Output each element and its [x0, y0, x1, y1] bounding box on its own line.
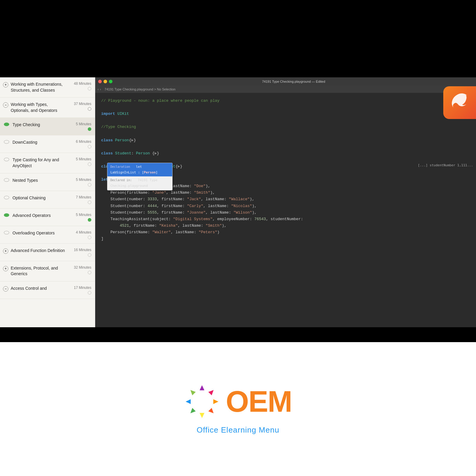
- minutes-label: 16 Minutes: [74, 248, 91, 252]
- traffic-light-red[interactable]: [98, 80, 102, 83]
- item-title: Type Checking: [12, 122, 68, 128]
- sidebar-item-advanced-operators[interactable]: Advanced Operators 5 Minutes: [0, 209, 95, 226]
- swift-bird-icon: [449, 92, 470, 113]
- svg-marker-0: [200, 385, 204, 390]
- minutes-label: 48 Minutes: [74, 82, 91, 86]
- svg-marker-5: [189, 408, 196, 415]
- code-person-smith: Person(firstName:: [101, 190, 152, 195]
- item-meta: 37 Minutes: [68, 102, 91, 111]
- top-black-bar: [0, 0, 476, 77]
- minutes-label: 37 Minutes: [74, 102, 91, 106]
- sidebar-item-type-checking[interactable]: Type Checking 5 Minutes: [0, 118, 95, 135]
- item-text: Working with Types, Optionals, and Opera…: [11, 102, 68, 113]
- autocomplete-row-1[interactable]: Declaration let LabSignInList : [Person]: [107, 163, 172, 176]
- svg-marker-1: [208, 388, 215, 395]
- expand-icon-minus: −: [3, 102, 8, 108]
- traffic-light-green[interactable]: [109, 80, 112, 83]
- code-window: 74191 Type Checking.playground — Edited …: [95, 77, 476, 327]
- item-meta: 4 Minutes: [68, 230, 91, 239]
- item-text: Type Casting for Any and AnyObject: [12, 157, 68, 169]
- expand-icon-dot-empty: [4, 231, 9, 234]
- sidebar-item-access-control[interactable]: − Access Control and 17 Minutes: [0, 281, 95, 299]
- status-dot-empty: [88, 201, 91, 204]
- minutes-label: 6 Minutes: [76, 140, 91, 144]
- autocomplete-popup[interactable]: Declaration let LabSignInList : [Person]…: [107, 163, 173, 190]
- autocomplete-row-2[interactable]: Declared in: 74191 Type Checking.playgro…: [107, 176, 172, 190]
- bottom-black-bar: [0, 327, 476, 342]
- status-dot-empty: [88, 87, 91, 90]
- nav-chevron-left[interactable]: ‹: [98, 87, 99, 91]
- expand-icon-dot-empty: [4, 178, 9, 182]
- item-title: Optional Chaining: [12, 195, 68, 201]
- sidebar-result: [...] studentNumber 1,111...: [418, 163, 473, 168]
- item-title: Access Control and: [11, 286, 68, 292]
- oem-brand-text: OEM: [226, 384, 292, 419]
- item-text: DownCasting: [12, 140, 68, 145]
- item-title: Working with Types, Optionals, and Opera…: [11, 102, 68, 113]
- item-title: Advanced Operators: [12, 213, 68, 219]
- sidebar-item-working-enum[interactable]: + Working with Enumerations, Structures,…: [0, 77, 95, 98]
- item-meta: 48 Minutes: [68, 82, 91, 90]
- expand-icon-plus: +: [3, 248, 8, 254]
- status-dot-empty: [88, 162, 91, 166]
- status-dot-empty: [88, 107, 91, 111]
- status-dot-green: [88, 218, 91, 222]
- svg-marker-7: [189, 388, 196, 395]
- code-ta-keisha: TeachingAssistant(subject:: [101, 217, 173, 221]
- code-person-walter: Person(firstName:: [101, 230, 152, 234]
- expand-icon-dot-empty: [4, 140, 9, 144]
- sidebar-item-optional-chaining[interactable]: Optional Chaining 7 Minutes: [0, 191, 95, 209]
- swift-logo-corner: [443, 86, 476, 119]
- item-title: Working with Enumerations, Structures, a…: [11, 82, 68, 93]
- svg-marker-3: [208, 408, 215, 415]
- status-dot-green: [88, 127, 91, 131]
- item-meta: 5 Minutes: [68, 178, 91, 187]
- sidebar-item-working-types[interactable]: − Working with Types, Optionals, and Ope…: [0, 98, 95, 118]
- minutes-label: 17 Minutes: [74, 286, 91, 290]
- item-title: Advanced Function Definition: [11, 248, 68, 254]
- item-meta: 16 Minutes: [68, 248, 91, 257]
- status-dot-empty: [88, 145, 91, 148]
- status-dot-empty: [88, 253, 91, 257]
- item-title: Overloading Operators: [12, 230, 68, 236]
- status-dot-empty: [88, 236, 91, 239]
- minutes-label: 5 Minutes: [76, 122, 91, 126]
- item-meta: 5 Minutes: [68, 213, 91, 222]
- sidebar-item-downcasting[interactable]: DownCasting 6 Minutes: [0, 135, 95, 153]
- code-student-3333: Student(number:: [101, 197, 148, 201]
- item-text: Advanced Operators: [12, 213, 68, 219]
- code-body[interactable]: // Playground - noun: a place where peop…: [95, 93, 476, 247]
- oem-subtitle: Office Elearning Menu: [197, 425, 279, 435]
- sidebar-item-nested-types[interactable]: Nested Types 5 Minutes: [0, 173, 95, 191]
- item-title: DownCasting: [12, 140, 68, 145]
- nav-chevron-right[interactable]: ›: [100, 87, 101, 91]
- code-import: import: [101, 112, 115, 116]
- item-meta: 32 Minutes: [68, 265, 91, 274]
- item-title: Extensions, Protocol, and Generics: [11, 265, 68, 277]
- svg-marker-4: [200, 413, 204, 418]
- oem-logo-container: OEM: [184, 384, 292, 419]
- code-line-1: // Playground - noun: a place where peop…: [101, 98, 220, 103]
- code-nav-bar: ‹ › 74191 Type Checking.playground > No …: [95, 86, 476, 93]
- sidebar-item-type-casting[interactable]: Type Casting for Any and AnyObject 5 Min…: [0, 153, 95, 173]
- traffic-light-yellow[interactable]: [104, 80, 107, 83]
- code-type-checking-comment: //Type Checking: [101, 125, 136, 129]
- sidebar-item-extensions-protocol[interactable]: + Extensions, Protocol, and Generics 32 …: [0, 261, 95, 281]
- expand-icon-minus: −: [3, 286, 8, 292]
- item-meta: 5 Minutes: [68, 122, 91, 131]
- item-text: Type Checking: [12, 122, 68, 128]
- item-meta: 5 Minutes: [68, 157, 91, 166]
- expand-icon-plus: +: [3, 266, 8, 271]
- sidebar-item-advanced-function[interactable]: + Advanced Function Definition 16 Minute…: [0, 244, 95, 261]
- item-text: Working with Enumerations, Structures, a…: [11, 82, 68, 93]
- item-text: Nested Types: [12, 178, 68, 184]
- nav-path: 74191 Type Checking.playground > No Sele…: [104, 87, 176, 91]
- expand-icon-dot-green: [4, 123, 9, 126]
- item-text: Overloading Operators: [12, 230, 68, 236]
- minutes-label: 5 Minutes: [76, 157, 91, 161]
- oem-arrows-icon: [184, 384, 220, 419]
- status-dot-empty: [88, 291, 91, 295]
- item-text: Access Control and: [11, 286, 68, 292]
- sidebar-item-overloading-operators[interactable]: Overloading Operators 4 Minutes: [0, 226, 95, 244]
- item-text: Extensions, Protocol, and Generics: [11, 265, 68, 277]
